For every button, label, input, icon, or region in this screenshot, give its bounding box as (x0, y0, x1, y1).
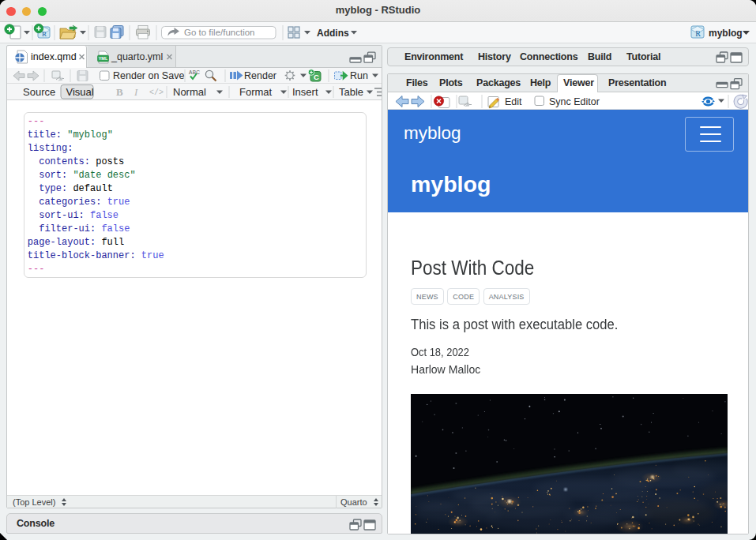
svg-text:B: B (116, 86, 123, 98)
svg-text:Visual: Visual (66, 86, 94, 98)
svg-text:Addins: Addins (317, 28, 349, 39)
svg-text:C: C (314, 73, 319, 81)
svg-text:Source: Source (23, 86, 55, 98)
svg-text:Go to file/function: Go to file/function (184, 28, 255, 37)
svg-text:Sync Editor: Sync Editor (549, 96, 600, 107)
svg-text:Format: Format (239, 86, 273, 98)
svg-text:Render: Render (244, 70, 276, 81)
svg-text:R: R (695, 29, 701, 38)
svg-text:I: I (134, 86, 138, 98)
svg-text:Table: Table (339, 86, 363, 98)
svg-text:Insert: Insert (292, 86, 318, 98)
svg-text:myblog: myblog (709, 28, 743, 39)
svg-text:Edit: Edit (505, 96, 522, 107)
svg-text:Run: Run (350, 70, 368, 81)
svg-text:_quarto.yml: _quarto.yml (111, 51, 163, 62)
svg-text:index.qmd: index.qmd (31, 51, 77, 62)
svg-text:ABC: ABC (189, 69, 200, 75)
svg-text:Normal: Normal (173, 86, 206, 98)
svg-text:YML: YML (99, 56, 108, 61)
svg-text:Render on Save: Render on Save (113, 70, 184, 81)
svg-text:</>: </> (149, 88, 164, 97)
